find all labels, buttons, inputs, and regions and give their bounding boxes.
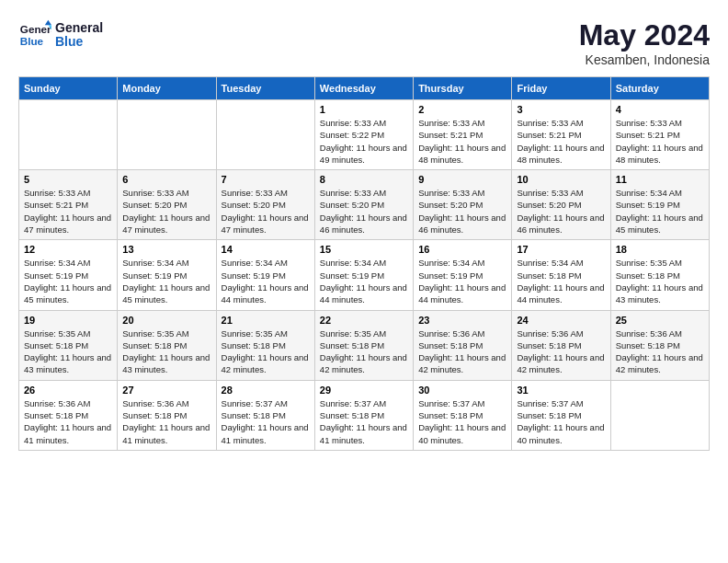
logo-text-general: General [55,21,103,35]
day-info: Sunrise: 5:37 AMSunset: 5:18 PMDaylight:… [222,397,310,446]
day-info: Sunrise: 5:37 AMSunset: 5:18 PMDaylight:… [418,397,506,446]
calendar-cell: 6Sunrise: 5:33 AMSunset: 5:20 PMDaylight… [118,170,216,240]
day-number: 11 [616,174,704,185]
day-info: Sunrise: 5:33 AMSunset: 5:21 PMDaylight:… [418,117,506,166]
day-number: 15 [320,244,408,255]
day-number: 8 [320,174,408,185]
calendar-cell: 10Sunrise: 5:33 AMSunset: 5:20 PMDayligh… [512,170,610,240]
calendar-cell: 26Sunrise: 5:36 AMSunset: 5:18 PMDayligh… [19,380,118,450]
day-number: 31 [517,385,605,396]
calendar-cell: 8Sunrise: 5:33 AMSunset: 5:20 PMDaylight… [314,170,413,240]
day-info: Sunrise: 5:33 AMSunset: 5:21 PMDaylight:… [616,117,704,166]
calendar-cell: 22Sunrise: 5:35 AMSunset: 5:18 PMDayligh… [314,310,413,380]
day-number: 10 [517,174,605,185]
calendar-cell: 18Sunrise: 5:35 AMSunset: 5:18 PMDayligh… [610,240,709,310]
day-info: Sunrise: 5:37 AMSunset: 5:18 PMDaylight:… [517,397,605,446]
day-info: Sunrise: 5:35 AMSunset: 5:18 PMDaylight:… [122,327,210,376]
day-info: Sunrise: 5:33 AMSunset: 5:20 PMDaylight:… [320,187,408,236]
day-info: Sunrise: 5:36 AMSunset: 5:18 PMDaylight:… [418,327,506,376]
day-number: 4 [616,104,704,115]
day-info: Sunrise: 5:33 AMSunset: 5:20 PMDaylight:… [418,187,506,236]
calendar-cell: 23Sunrise: 5:36 AMSunset: 5:18 PMDayligh… [414,310,512,380]
day-number: 25 [616,315,704,326]
calendar-cell: 24Sunrise: 5:36 AMSunset: 5:18 PMDayligh… [512,310,610,380]
calendar-week-row: 12Sunrise: 5:34 AMSunset: 5:19 PMDayligh… [19,240,710,310]
calendar-cell: 3Sunrise: 5:33 AMSunset: 5:21 PMDaylight… [512,100,610,170]
day-info: Sunrise: 5:34 AMSunset: 5:19 PMDaylight:… [222,257,310,305]
calendar-cell: 4Sunrise: 5:33 AMSunset: 5:21 PMDaylight… [610,100,709,170]
calendar-cell: 2Sunrise: 5:33 AMSunset: 5:21 PMDaylight… [414,100,512,170]
day-info: Sunrise: 5:36 AMSunset: 5:18 PMDaylight:… [517,327,605,376]
calendar-table: SundayMondayTuesdayWednesdayThursdayFrid… [18,76,710,451]
day-number: 9 [418,174,506,185]
day-info: Sunrise: 5:36 AMSunset: 5:18 PMDaylight:… [24,397,112,446]
day-number: 23 [418,315,506,326]
day-number: 24 [517,315,605,326]
day-number: 12 [24,244,112,255]
calendar-cell [216,100,314,170]
day-number: 16 [418,244,506,255]
weekday-header: Tuesday [216,77,314,100]
day-number: 17 [517,244,605,255]
day-info: Sunrise: 5:34 AMSunset: 5:19 PMDaylight:… [122,257,210,305]
day-number: 20 [122,315,210,326]
calendar-cell: 14Sunrise: 5:34 AMSunset: 5:19 PMDayligh… [216,240,314,310]
calendar-cell: 28Sunrise: 5:37 AMSunset: 5:18 PMDayligh… [216,380,314,450]
day-number: 5 [24,174,112,185]
calendar-cell: 17Sunrise: 5:34 AMSunset: 5:18 PMDayligh… [512,240,610,310]
calendar-cell: 19Sunrise: 5:35 AMSunset: 5:18 PMDayligh… [19,310,118,380]
day-info: Sunrise: 5:33 AMSunset: 5:20 PMDaylight:… [222,187,310,236]
calendar-cell: 27Sunrise: 5:36 AMSunset: 5:18 PMDayligh… [118,380,216,450]
day-number: 6 [122,174,210,185]
weekday-header: Sunday [19,77,118,100]
location-subtitle: Kesamben, Indonesia [579,52,710,67]
day-info: Sunrise: 5:35 AMSunset: 5:18 PMDaylight:… [320,327,408,376]
day-number: 14 [222,244,310,255]
day-info: Sunrise: 5:34 AMSunset: 5:19 PMDaylight:… [320,257,408,305]
day-number: 22 [320,315,408,326]
day-number: 28 [222,385,310,396]
page-header: General Blue General Blue May 2024 Kesam… [18,18,710,67]
day-info: Sunrise: 5:33 AMSunset: 5:20 PMDaylight:… [122,187,210,236]
day-number: 27 [122,385,210,396]
calendar-cell [118,100,216,170]
weekday-header: Saturday [610,77,709,100]
calendar-cell: 13Sunrise: 5:34 AMSunset: 5:19 PMDayligh… [118,240,216,310]
weekday-header: Thursday [414,77,512,100]
logo-icon: General Blue [18,18,51,52]
calendar-cell: 12Sunrise: 5:34 AMSunset: 5:19 PMDayligh… [19,240,118,310]
calendar-cell: 9Sunrise: 5:33 AMSunset: 5:20 PMDaylight… [414,170,512,240]
calendar-cell: 29Sunrise: 5:37 AMSunset: 5:18 PMDayligh… [314,380,413,450]
calendar-cell: 25Sunrise: 5:36 AMSunset: 5:18 PMDayligh… [610,310,709,380]
calendar-cell: 15Sunrise: 5:34 AMSunset: 5:19 PMDayligh… [314,240,413,310]
svg-text:Blue: Blue [20,35,44,47]
calendar-cell: 31Sunrise: 5:37 AMSunset: 5:18 PMDayligh… [512,380,610,450]
day-number: 2 [418,104,506,115]
day-number: 7 [222,174,310,185]
calendar-cell [610,380,709,450]
day-number: 1 [320,104,408,115]
day-number: 21 [222,315,310,326]
day-number: 3 [517,104,605,115]
calendar-cell: 16Sunrise: 5:34 AMSunset: 5:19 PMDayligh… [414,240,512,310]
calendar-cell: 5Sunrise: 5:33 AMSunset: 5:21 PMDaylight… [19,170,118,240]
logo: General Blue General Blue [18,18,103,52]
calendar-header-row: SundayMondayTuesdayWednesdayThursdayFrid… [19,77,710,100]
day-info: Sunrise: 5:35 AMSunset: 5:18 PMDaylight:… [222,327,310,376]
month-year-title: May 2024 [579,18,710,52]
day-number: 19 [24,315,112,326]
calendar-cell: 11Sunrise: 5:34 AMSunset: 5:19 PMDayligh… [610,170,709,240]
weekday-header: Monday [118,77,216,100]
day-info: Sunrise: 5:36 AMSunset: 5:18 PMDaylight:… [122,397,210,446]
day-info: Sunrise: 5:34 AMSunset: 5:18 PMDaylight:… [517,257,605,305]
day-number: 13 [122,244,210,255]
calendar-week-row: 5Sunrise: 5:33 AMSunset: 5:21 PMDaylight… [19,170,710,240]
calendar-cell: 1Sunrise: 5:33 AMSunset: 5:22 PMDaylight… [314,100,413,170]
day-info: Sunrise: 5:34 AMSunset: 5:19 PMDaylight:… [24,257,112,305]
day-info: Sunrise: 5:37 AMSunset: 5:18 PMDaylight:… [320,397,408,446]
day-info: Sunrise: 5:33 AMSunset: 5:22 PMDaylight:… [320,117,408,166]
calendar-week-row: 26Sunrise: 5:36 AMSunset: 5:18 PMDayligh… [19,380,710,450]
weekday-header: Friday [512,77,610,100]
day-info: Sunrise: 5:35 AMSunset: 5:18 PMDaylight:… [616,257,704,305]
day-info: Sunrise: 5:34 AMSunset: 5:19 PMDaylight:… [616,187,704,236]
